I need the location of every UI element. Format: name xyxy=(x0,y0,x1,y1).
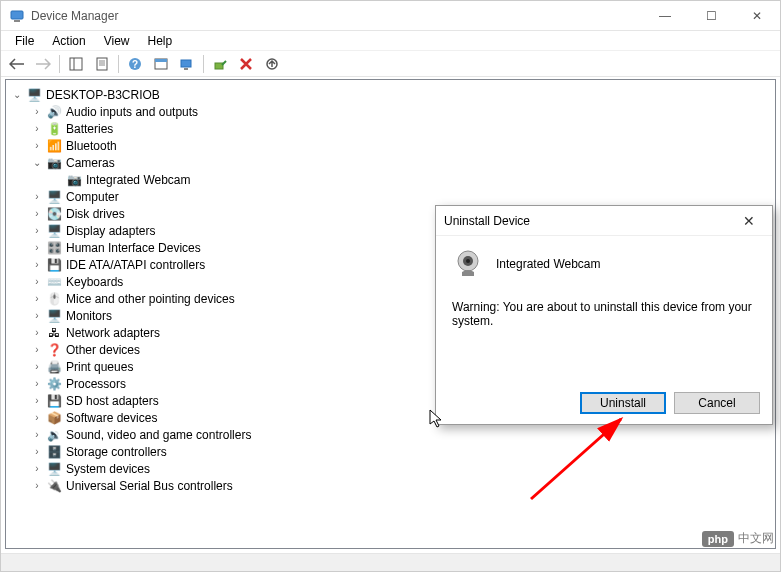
system-icon: 🖥️ xyxy=(46,461,62,477)
expand-icon[interactable]: › xyxy=(30,411,44,425)
ide-icon: 💾 xyxy=(46,257,62,273)
action-icon[interactable] xyxy=(149,53,173,75)
expand-icon[interactable]: › xyxy=(30,428,44,442)
tree-node[interactable]: ›🔊Audio inputs and outputs xyxy=(26,103,775,120)
update-driver-icon[interactable] xyxy=(260,53,284,75)
scan-icon[interactable] xyxy=(175,53,199,75)
dialog-close-button[interactable]: ✕ xyxy=(734,213,764,229)
svg-rect-13 xyxy=(184,68,188,70)
menu-help[interactable]: Help xyxy=(140,33,181,49)
properties-icon[interactable] xyxy=(90,53,114,75)
forward-icon[interactable] xyxy=(31,53,55,75)
hid-icon: 🎛️ xyxy=(46,240,62,256)
tree-node[interactable]: ›📶Bluetooth xyxy=(26,137,775,154)
dialog-title-text: Uninstall Device xyxy=(444,214,530,228)
expand-icon[interactable]: › xyxy=(30,326,44,340)
watermark-text: 中文网 xyxy=(738,530,774,547)
tree-node-label: Monitors xyxy=(66,309,112,323)
tree-node-label: Keyboards xyxy=(66,275,123,289)
maximize-button[interactable]: ☐ xyxy=(688,1,734,31)
bluetooth-icon: 📶 xyxy=(46,138,62,154)
tree-node-label: Human Interface Devices xyxy=(66,241,201,255)
tree-leaf-node[interactable]: 📷Integrated Webcam xyxy=(46,171,775,188)
collapse-icon[interactable]: ⌄ xyxy=(30,156,44,170)
expand-icon[interactable]: › xyxy=(30,224,44,238)
collapse-icon[interactable]: ⌄ xyxy=(10,88,24,102)
root-icon: 🖥️ xyxy=(26,87,42,103)
uninstall-button[interactable]: Uninstall xyxy=(580,392,666,414)
expand-icon[interactable]: › xyxy=(30,360,44,374)
svg-point-18 xyxy=(466,259,470,263)
enable-icon[interactable] xyxy=(208,53,232,75)
cpu-icon: ⚙️ xyxy=(46,376,62,392)
expand-icon[interactable]: › xyxy=(30,105,44,119)
tree-node-label: Network adapters xyxy=(66,326,160,340)
menu-view[interactable]: View xyxy=(96,33,138,49)
expand-icon[interactable]: › xyxy=(30,462,44,476)
tree-node[interactable]: ›🔉Sound, video and game controllers xyxy=(26,426,775,443)
app-icon xyxy=(9,8,25,24)
mouse-cursor-icon xyxy=(429,409,445,433)
tree-node[interactable]: ›🗄️Storage controllers xyxy=(26,443,775,460)
expand-icon[interactable]: › xyxy=(30,292,44,306)
computer-icon: 🖥️ xyxy=(46,189,62,205)
storage-icon: 🗄️ xyxy=(46,444,62,460)
svg-rect-11 xyxy=(155,59,167,62)
camera-icon: 📷 xyxy=(66,172,82,188)
expand-icon[interactable]: › xyxy=(30,190,44,204)
software-icon: 📦 xyxy=(46,410,62,426)
tree-root-label: DESKTOP-B3CRIOB xyxy=(46,88,160,102)
titlebar: Device Manager — ☐ ✕ xyxy=(1,1,780,31)
display-icon: 🖥️ xyxy=(46,223,62,239)
expand-icon[interactable]: › xyxy=(30,258,44,272)
sound-icon: 🔉 xyxy=(46,427,62,443)
tree-node[interactable]: ⌄📷Cameras xyxy=(26,154,775,171)
tree-node-label: Storage controllers xyxy=(66,445,167,459)
audio-icon: 🔊 xyxy=(46,104,62,120)
menubar: File Action View Help xyxy=(1,31,780,51)
svg-rect-0 xyxy=(11,11,23,19)
tree-node[interactable]: ›🖥️System devices xyxy=(26,460,775,477)
tree-node[interactable]: ›🔌Universal Serial Bus controllers xyxy=(26,477,775,494)
expand-icon[interactable]: › xyxy=(30,275,44,289)
expand-icon[interactable]: › xyxy=(30,445,44,459)
minimize-button[interactable]: — xyxy=(642,1,688,31)
tree-node-label: Other devices xyxy=(66,343,140,357)
tree-node[interactable]: ›🔋Batteries xyxy=(26,120,775,137)
expand-icon[interactable]: › xyxy=(30,241,44,255)
svg-rect-2 xyxy=(70,58,82,70)
expand-icon[interactable]: › xyxy=(30,343,44,357)
expand-icon[interactable]: › xyxy=(30,139,44,153)
expand-icon[interactable]: › xyxy=(30,479,44,493)
svg-rect-12 xyxy=(181,60,191,67)
back-icon[interactable] xyxy=(5,53,29,75)
close-button[interactable]: ✕ xyxy=(734,1,780,31)
tree-node-label: Sound, video and game controllers xyxy=(66,428,251,442)
tree-node-label: Mice and other pointing devices xyxy=(66,292,235,306)
expand-icon[interactable]: › xyxy=(30,122,44,136)
window-title: Device Manager xyxy=(31,9,118,23)
show-hide-tree-icon[interactable] xyxy=(64,53,88,75)
menu-file[interactable]: File xyxy=(7,33,42,49)
help-icon[interactable]: ? xyxy=(123,53,147,75)
tree-node-label: Batteries xyxy=(66,122,113,136)
printer-icon: 🖨️ xyxy=(46,359,62,375)
tree-node-label: System devices xyxy=(66,462,150,476)
tree-node-label: Audio inputs and outputs xyxy=(66,105,198,119)
expand-icon[interactable]: › xyxy=(30,207,44,221)
tree-node-label: Bluetooth xyxy=(66,139,117,153)
tree-node[interactable]: ›🖥️Computer xyxy=(26,188,775,205)
expand-icon[interactable]: › xyxy=(30,309,44,323)
expand-icon[interactable]: › xyxy=(30,394,44,408)
other-icon: ❓ xyxy=(46,342,62,358)
tree-node-label: Disk drives xyxy=(66,207,125,221)
tree-root-node[interactable]: ⌄🖥️DESKTOP-B3CRIOB xyxy=(6,86,775,103)
uninstall-icon[interactable] xyxy=(234,53,258,75)
tree-node-label: Universal Serial Bus controllers xyxy=(66,479,233,493)
menu-action[interactable]: Action xyxy=(44,33,93,49)
camera-icon: 📷 xyxy=(46,155,62,171)
expand-icon xyxy=(50,173,64,187)
tree-node-label: Print queues xyxy=(66,360,133,374)
cancel-button[interactable]: Cancel xyxy=(674,392,760,414)
expand-icon[interactable]: › xyxy=(30,377,44,391)
